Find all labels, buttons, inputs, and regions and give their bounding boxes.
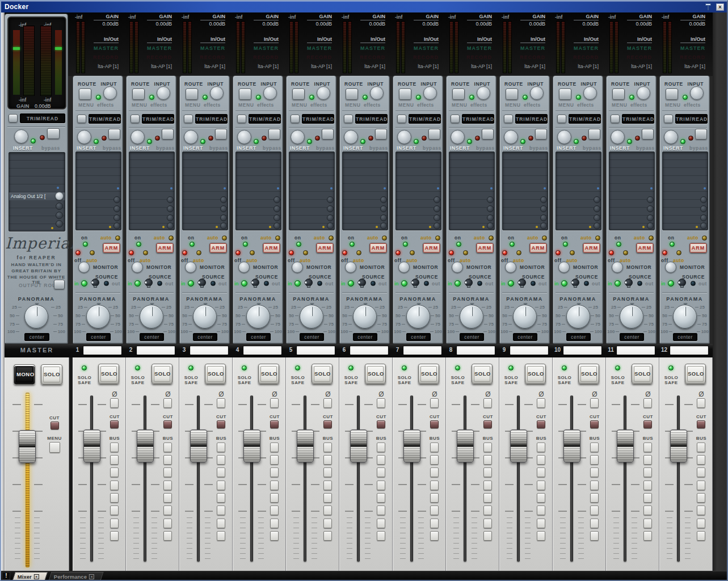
fx-send-list[interactable] xyxy=(395,151,441,230)
bypass-led[interactable] xyxy=(40,135,45,140)
input-knob[interactable] xyxy=(210,86,224,100)
automation-mode-button[interactable] xyxy=(664,115,673,123)
source-out-led[interactable] xyxy=(104,281,109,286)
bus-checkbox[interactable] xyxy=(270,531,279,541)
input-source-name[interactable]: lta-AP [1] xyxy=(82,64,119,69)
source-toggle[interactable] xyxy=(197,277,207,288)
bus-checkbox[interactable] xyxy=(377,493,385,503)
tab-close-icon[interactable]: × xyxy=(34,574,39,579)
track-name-field[interactable] xyxy=(190,346,229,355)
monitor-button[interactable] xyxy=(665,262,676,273)
source-out-led[interactable] xyxy=(157,281,162,286)
auto-led-top[interactable] xyxy=(169,235,174,241)
input-source-name[interactable]: lta-AP [1] xyxy=(402,64,439,69)
solo-safe-led[interactable] xyxy=(295,365,300,371)
bus-checkbox[interactable] xyxy=(643,493,652,503)
solo-button[interactable]: SOLO xyxy=(258,364,279,384)
pan-knob[interactable] xyxy=(620,305,643,329)
bus-checkbox[interactable] xyxy=(590,468,599,477)
auto-led-top[interactable] xyxy=(115,235,120,241)
automation-mode-button[interactable] xyxy=(291,115,300,123)
send-knob[interactable] xyxy=(487,205,494,212)
bus-checkbox[interactable] xyxy=(217,481,225,490)
source-toggle[interactable] xyxy=(304,277,313,288)
route-menu-button[interactable] xyxy=(346,89,358,100)
master-send-toggle[interactable]: MASTER xyxy=(460,45,492,51)
automation-mode-display[interactable]: TRIM/READ xyxy=(462,114,494,124)
solo-safe-led[interactable] xyxy=(188,365,193,371)
bus-checkbox[interactable] xyxy=(377,519,385,528)
send-knob[interactable] xyxy=(273,214,280,221)
input-source-name[interactable]: lta-AP [1] xyxy=(296,64,332,69)
master-fader-track[interactable] xyxy=(26,393,30,567)
source-out-led[interactable] xyxy=(477,281,482,286)
master-send-toggle[interactable]: MASTER xyxy=(300,45,332,51)
insert-led[interactable] xyxy=(31,138,36,144)
master-gain-value[interactable]: 0.00dB xyxy=(35,103,51,109)
bus-checkbox[interactable] xyxy=(323,455,332,465)
bus-checkbox[interactable] xyxy=(217,443,225,452)
pan-readout[interactable]: center xyxy=(566,333,591,341)
send-knob[interactable] xyxy=(167,222,174,229)
source-out-led[interactable] xyxy=(637,281,642,286)
monitor-button[interactable] xyxy=(292,262,303,273)
fx-send-list[interactable] xyxy=(449,151,495,230)
source-out-led[interactable] xyxy=(691,281,696,286)
bus-checkbox[interactable] xyxy=(537,531,545,541)
bus-checkbox[interactable] xyxy=(430,481,439,490)
input-source-name[interactable]: lta-AP [1] xyxy=(456,64,492,69)
cut-button[interactable] xyxy=(51,422,59,430)
send-knob[interactable] xyxy=(167,214,174,221)
phase-checkbox[interactable] xyxy=(270,398,279,408)
alert-icon[interactable]: ! xyxy=(2,572,10,580)
insert-knob[interactable] xyxy=(664,130,678,144)
auto-led-bottom[interactable] xyxy=(250,250,255,255)
send-knob[interactable] xyxy=(540,214,547,221)
source-in-led[interactable] xyxy=(561,280,567,287)
fader-handle[interactable] xyxy=(670,430,687,462)
bus-checkbox[interactable] xyxy=(323,493,332,503)
fx-send-list[interactable] xyxy=(235,151,281,230)
phase-checkbox[interactable] xyxy=(110,398,119,408)
master-send-toggle[interactable]: MASTER xyxy=(514,45,545,51)
bus-checkbox[interactable] xyxy=(590,443,599,452)
bus-checkbox[interactable] xyxy=(590,506,599,515)
bus-checkbox[interactable] xyxy=(270,493,279,503)
automation-mode-button[interactable] xyxy=(557,115,566,123)
effects-led[interactable] xyxy=(149,95,154,100)
bus-checkbox[interactable] xyxy=(270,481,279,490)
source-in-led[interactable] xyxy=(508,280,514,287)
insert-led[interactable] xyxy=(467,139,472,144)
bypass-button[interactable] xyxy=(215,129,227,140)
input-knob[interactable] xyxy=(423,86,437,100)
input-source-name[interactable]: lta-AP [1] xyxy=(189,64,225,69)
send-knob[interactable] xyxy=(647,222,654,229)
pan-readout[interactable]: center xyxy=(193,333,217,341)
fader-handle[interactable] xyxy=(403,430,420,462)
bus-checkbox[interactable] xyxy=(110,468,119,477)
bus-checkbox[interactable] xyxy=(217,531,225,541)
bus-checkbox[interactable] xyxy=(270,468,279,477)
send-knob[interactable] xyxy=(273,196,280,203)
mono-button[interactable]: MONO xyxy=(14,364,35,385)
input-knob[interactable] xyxy=(317,86,330,100)
off-led[interactable] xyxy=(662,250,667,255)
bus-checkbox[interactable] xyxy=(323,468,332,477)
io-button[interactable]: In/Out xyxy=(307,36,332,43)
bus-checkbox[interactable] xyxy=(270,506,279,515)
auto-led-top[interactable] xyxy=(275,235,280,241)
fader-track[interactable] xyxy=(570,395,573,562)
bypass-led[interactable] xyxy=(102,136,107,141)
automation-mode-button[interactable] xyxy=(397,115,406,123)
auto-led-top[interactable] xyxy=(702,235,707,241)
solo-safe-led[interactable] xyxy=(135,365,140,371)
send-knob[interactable] xyxy=(220,214,227,221)
phase-checkbox[interactable] xyxy=(537,398,545,408)
source-toggle[interactable] xyxy=(357,277,367,288)
bus-checkbox[interactable] xyxy=(537,493,545,503)
send-knob[interactable] xyxy=(434,222,440,229)
bus-checkbox[interactable] xyxy=(110,443,119,452)
source-out-led[interactable] xyxy=(317,281,322,286)
route-menu-button[interactable] xyxy=(666,89,678,100)
arm-button[interactable]: ARM xyxy=(156,243,174,253)
